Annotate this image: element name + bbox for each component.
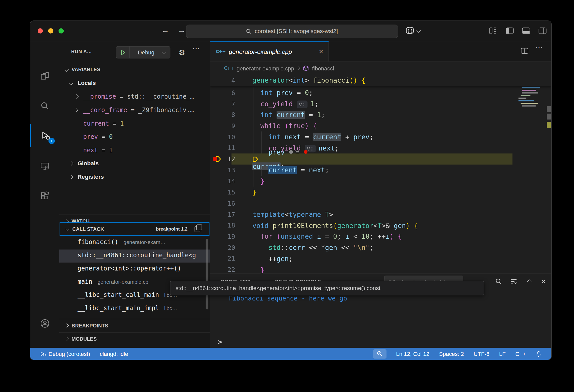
- code-line-17[interactable]: 17template<typename T>: [210, 209, 551, 220]
- encoding[interactable]: UTF-8: [473, 351, 489, 357]
- command-center-search[interactable]: corotest [SSH: avogelsges-wsl2]: [186, 25, 398, 38]
- line-number[interactable]: 4: [210, 77, 235, 84]
- line-number[interactable]: 9: [210, 122, 235, 129]
- close-panel-icon[interactable]: ×: [539, 277, 548, 286]
- debug-configuration-dropdown[interactable]: Debug: [116, 46, 170, 58]
- line-number[interactable]: 21: [210, 255, 235, 262]
- variable-row[interactable]: Globals: [59, 157, 210, 170]
- line-number[interactable]: 15: [210, 188, 235, 196]
- line-number[interactable]: 10: [210, 133, 235, 141]
- split-editor-icon[interactable]: [521, 48, 528, 54]
- accounts-icon[interactable]: [30, 312, 59, 335]
- call-stack-frame[interactable]: fibonacci()generator-exam…: [59, 236, 210, 249]
- toggle-panel-icon[interactable]: [522, 27, 530, 34]
- sticky-scroll-line[interactable]: 4generator<int> fibonacci() {: [210, 75, 551, 86]
- line-number[interactable]: 13: [210, 166, 235, 174]
- code-line-7[interactable]: 7 co_yield v:1;: [210, 98, 551, 109]
- line-number[interactable]: 8: [210, 111, 235, 118]
- line-number[interactable]: 18: [210, 222, 235, 229]
- call-stack-frame[interactable]: __libc_start_main_impllibc…: [59, 302, 210, 315]
- code-area[interactable]: 6 int prev = 0;7 co_yield v:1;8 int curr…: [210, 75, 551, 273]
- remote-explorer-icon[interactable]: [30, 155, 59, 178]
- code-line-12[interactable]: 12 prev = current;: [210, 154, 551, 164]
- code-line-9[interactable]: 9 while (true) {: [210, 120, 551, 131]
- tree-chevron-icon[interactable]: [74, 108, 79, 112]
- section-breakpoints[interactable]: BREAKPOINTS: [59, 319, 210, 332]
- debug-settings-gear-icon[interactable]: ⚙: [179, 48, 185, 57]
- panel-search-icon[interactable]: [494, 277, 504, 286]
- copilot-menu[interactable]: [405, 26, 420, 35]
- run-and-debug-icon[interactable]: 1: [30, 124, 60, 147]
- toggle-primary-sidebar-icon[interactable]: [506, 27, 514, 34]
- code-line-19[interactable]: 19 for (unsigned i = 0; i < 10; ++i) {: [210, 231, 551, 242]
- section-call-stack[interactable]: CALL STACK breakpoint 1.2: [60, 222, 209, 236]
- breakpoint-current-line-icon[interactable]: [212, 154, 225, 164]
- code-line-20[interactable]: 20 std::cerr << *gen << "\n";: [210, 242, 551, 253]
- line-number[interactable]: 19: [210, 233, 235, 240]
- line-number[interactable]: 6: [210, 89, 235, 96]
- call-stack-frame[interactable]: generator<int>::operator++(): [59, 263, 210, 276]
- clangd-status[interactable]: clangd: idle: [100, 351, 128, 357]
- variable-row[interactable]: current = 1: [59, 117, 210, 130]
- line-number[interactable]: 16: [210, 200, 235, 207]
- explorer-icon[interactable]: [30, 64, 59, 87]
- variable-row[interactable]: __promise = std::__coroutine_…: [59, 90, 210, 103]
- tree-chevron-icon[interactable]: [69, 81, 74, 85]
- breadcrumb-symbol[interactable]: fibonacci: [312, 65, 334, 71]
- line-number[interactable]: 11: [210, 144, 235, 152]
- code-line-14[interactable]: 14 }: [210, 176, 551, 187]
- variable-row[interactable]: prev = 0: [59, 130, 210, 143]
- notifications-bell-icon[interactable]: [536, 351, 541, 357]
- tree-chevron-icon[interactable]: [74, 94, 79, 99]
- code-line-16[interactable]: 16: [210, 198, 551, 209]
- line-number[interactable]: 22: [210, 266, 235, 273]
- close-traffic-light[interactable]: [38, 28, 43, 34]
- variable-row[interactable]: __coro_frame = _Z9fibonacciv.…: [59, 103, 210, 117]
- variable-row[interactable]: Registers: [59, 170, 210, 184]
- line-number[interactable]: 7: [210, 100, 235, 107]
- tree-chevron-icon[interactable]: [69, 175, 74, 179]
- line-number[interactable]: 14: [210, 177, 235, 185]
- sidebar-scrollbar[interactable]: [206, 239, 208, 309]
- variable-row[interactable]: Locals: [59, 76, 210, 90]
- customize-layout-icon[interactable]: [489, 27, 497, 34]
- language-mode[interactable]: C++: [515, 351, 526, 357]
- tab-generator-example[interactable]: C++ generator-example.cpp ×: [210, 41, 329, 62]
- console-prompt[interactable]: >: [218, 338, 222, 346]
- eol[interactable]: LF: [499, 351, 506, 357]
- cursor-position[interactable]: Ln 12, Col 12: [396, 351, 429, 357]
- variable-row[interactable]: next = 1: [59, 143, 210, 157]
- section-modules[interactable]: MODULES: [59, 332, 210, 345]
- code-line-15[interactable]: 15}: [210, 187, 551, 198]
- code-line-21[interactable]: 21 ++gen;: [210, 253, 551, 264]
- back-icon[interactable]: ←: [161, 26, 169, 35]
- tree-chevron-icon[interactable]: [69, 161, 74, 166]
- minimize-traffic-light[interactable]: [48, 28, 53, 34]
- clear-console-icon[interactable]: [509, 277, 519, 286]
- code-line-8[interactable]: 8 int current = 1;: [210, 109, 551, 120]
- copy-call-stack-icon[interactable]: [195, 226, 200, 232]
- breadcrumb-file[interactable]: generator-example.cpp: [237, 65, 294, 71]
- start-debug-icon[interactable]: [120, 49, 126, 55]
- line-number[interactable]: 20: [210, 244, 235, 251]
- debug-status[interactable]: Debug (corotest): [40, 351, 90, 357]
- forward-icon[interactable]: →: [178, 26, 186, 35]
- indentation[interactable]: Spaces: 2: [439, 351, 464, 357]
- code-line-10[interactable]: 10 int next = current + prev;: [210, 131, 551, 142]
- zoom-traffic-light[interactable]: [59, 28, 64, 34]
- views-more-actions-icon[interactable]: ···: [193, 46, 200, 53]
- extensions-icon[interactable]: [30, 184, 59, 207]
- code-line-13[interactable]: 13 current = next;: [210, 164, 551, 175]
- call-stack-frame[interactable]: std::__n4861::coroutine_handle<g: [59, 249, 210, 262]
- code-line-18[interactable]: 18void print10Elements(generator<T>& gen…: [210, 220, 551, 231]
- screencast-zoom-indicator[interactable]: [373, 349, 386, 358]
- editor-more-actions-icon[interactable]: ···: [536, 44, 543, 52]
- maximize-panel-icon[interactable]: [524, 277, 534, 286]
- code-line-6[interactable]: 6 int prev = 0;: [210, 87, 551, 98]
- line-number[interactable]: 17: [210, 210, 235, 218]
- tab-close-icon[interactable]: ×: [319, 48, 323, 56]
- toggle-secondary-sidebar-icon[interactable]: [539, 27, 547, 34]
- search-icon[interactable]: [30, 94, 59, 117]
- code-line-22[interactable]: 22 }: [210, 264, 551, 273]
- section-variables[interactable]: VARIABLES: [59, 63, 210, 76]
